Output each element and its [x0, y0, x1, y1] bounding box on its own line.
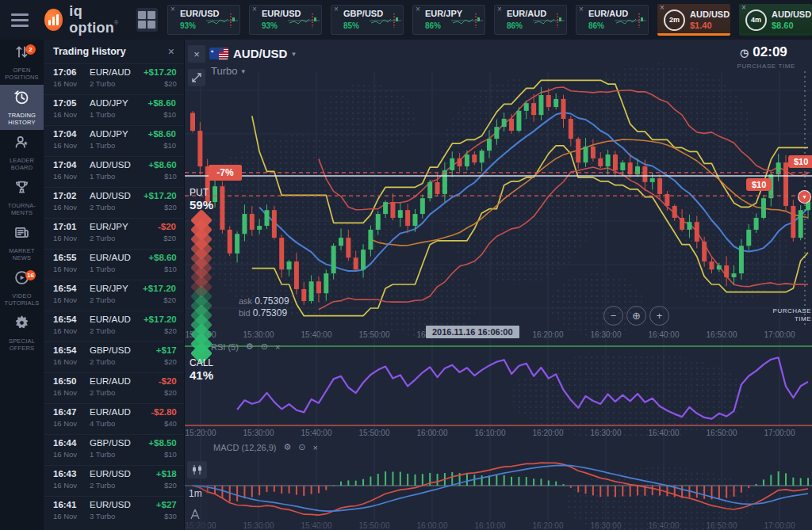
- history-row[interactable]: 16:43EUR/USD+$1816 Nov2 Turbo$20: [44, 465, 184, 496]
- history-row[interactable]: 16:54EUR/JPY+$17.2016 Nov2 Turbo$20: [44, 280, 184, 311]
- close-icon[interactable]: ×: [275, 342, 280, 352]
- close-tab-icon[interactable]: ×: [170, 5, 175, 13]
- trade-profit: -$2.80: [131, 407, 177, 419]
- asset-grid-button[interactable]: [136, 8, 158, 32]
- history-row[interactable]: 17:04AUD/JPY+$8.6016 Nov1 Turbo$10: [44, 125, 184, 156]
- history-row[interactable]: 16:54GBP/USD+$1716 Nov2 Turbo$20: [44, 341, 184, 372]
- expand-chart-icon[interactable]: [188, 69, 205, 86]
- trade-date: 16 Nov: [53, 296, 90, 306]
- hamburger-menu-icon[interactable]: [11, 13, 29, 27]
- trade-profit: -$20: [130, 222, 176, 234]
- svg-text:16:30:00: 16:30:00: [591, 521, 622, 530]
- close-icon[interactable]: ×: [168, 45, 174, 58]
- notification-badge: 16: [25, 270, 36, 280]
- sidebar-item-open-positions[interactable]: OPEN POSITIONS2: [0, 40, 44, 85]
- history-row[interactable]: 17:04AUD/USD+$8.6016 Nov1 Turbo$10: [44, 156, 184, 187]
- call-label: CALL: [190, 357, 213, 368]
- macd-label: MACD (12,26,9): [213, 443, 276, 452]
- asset-tab-eur-usd[interactable]: ×EUR/USD93%: [249, 5, 322, 35]
- close-tab-icon[interactable]: ×: [660, 3, 665, 12]
- instrument-type-selector[interactable]: Turbo ▾: [211, 65, 245, 77]
- chart-mini-toolbar: 1m: [185, 456, 209, 530]
- trade-detail: 2 Turbo: [90, 234, 130, 244]
- recenter-icon[interactable]: ⊕: [626, 306, 646, 326]
- sidebar-item-special-offers[interactable]: SPECIAL OFFERS: [0, 311, 44, 356]
- asset-tab-eur-aud[interactable]: ×EUR/AUD86%: [494, 5, 567, 35]
- svg-text:15:30:00: 15:30:00: [243, 330, 274, 339]
- trade-profit: +$17.20: [131, 67, 177, 79]
- trade-date: 16 Nov: [53, 203, 90, 213]
- asset-tab-eur-jpy[interactable]: ×EUR/JPY86%: [412, 5, 485, 35]
- sidebar-item-video-tutorials[interactable]: VIDEO TUTORIALS16: [0, 265, 44, 311]
- trade-pair: EUR/USD: [90, 469, 131, 481]
- sidebar-item-label: OPEN POSITIONS: [2, 67, 43, 82]
- chevron-down-icon: ▾: [241, 67, 245, 75]
- trade-time: 16:47: [53, 407, 90, 419]
- history-row[interactable]: 16:50EUR/AUD-$2016 Nov2 Turbo$20: [44, 372, 184, 403]
- eye-icon[interactable]: ⊙: [261, 341, 268, 352]
- trade-date: 16 Nov: [53, 172, 90, 182]
- trade-detail: 2 Turbo: [90, 357, 131, 368]
- gear-icon[interactable]: ⚙: [246, 341, 254, 352]
- trade-stake: $20: [131, 326, 177, 337]
- svg-text:16:30:00: 16:30:00: [591, 429, 622, 437]
- close-icon[interactable]: ×: [313, 443, 318, 452]
- chart-region: 15:20:0015:20:0015:20:0015:30:0015:30:00…: [184, 40, 812, 530]
- svg-text:15:40:00: 15:40:00: [301, 521, 332, 530]
- history-row[interactable]: 17:02AUD/USD+$17.2016 Nov2 Turbo$20: [44, 187, 184, 218]
- chart-type-button[interactable]: [187, 461, 207, 479]
- call-percentage: 41%: [190, 368, 213, 382]
- close-tab-icon[interactable]: ×: [497, 5, 502, 13]
- trade-stake: $20: [131, 388, 177, 398]
- trade-pair: EUR/AUD: [90, 376, 131, 388]
- compass-icon: [189, 508, 201, 520]
- logo-registered-mark: ®: [114, 20, 118, 25]
- history-row[interactable]: 16:47EUR/AUD-$2.8016 Nov4 Turbo$40: [44, 403, 184, 434]
- history-row[interactable]: 17:06EUR/AUD+$17.2016 Nov2 Turbo$20: [44, 63, 184, 94]
- eye-icon[interactable]: ⊙: [298, 442, 305, 452]
- asset-tab-eur-usd[interactable]: ×EUR/USD93%: [167, 5, 240, 35]
- sidebar-item-leader-board[interactable]: LEADER BOARD: [0, 130, 44, 175]
- history-row[interactable]: 16:41EUR/USD+$2716 Nov3 Turbo$30: [44, 496, 184, 527]
- asset-tab-eur-aud[interactable]: ×EUR/AUD86%: [576, 5, 649, 35]
- close-tab-icon[interactable]: ×: [741, 3, 746, 12]
- svg-text:17:00:00: 17:00:00: [764, 521, 795, 530]
- history-row[interactable]: 16:55EUR/AUD+$8.6016 Nov1 Turbo$10: [44, 249, 184, 280]
- sidebar-item-market-news[interactable]: MARKET NEWS: [0, 220, 44, 265]
- interval-label[interactable]: 1m: [189, 488, 202, 499]
- indicators-button[interactable]: [189, 508, 201, 524]
- zoom-out-icon[interactable]: −: [603, 306, 623, 326]
- chart-canvas[interactable]: 15:20:0015:20:0015:20:0015:30:0015:30:00…: [185, 40, 812, 530]
- close-chart-icon[interactable]: ×: [188, 45, 205, 63]
- open-trade-tab-4m[interactable]: ×4mAUD/USD$8.60: [739, 4, 812, 36]
- close-tab-icon[interactable]: ×: [334, 5, 339, 13]
- sidebar-item-tourna-ments[interactable]: TOURNA-​MENTS: [0, 175, 44, 220]
- open-trade-tab-2m[interactable]: ×2mAUD/USD$1.40: [657, 4, 730, 36]
- close-tab-icon[interactable]: ×: [579, 5, 584, 13]
- close-tab-icon[interactable]: ×: [416, 5, 420, 13]
- gear-icon[interactable]: ⚙: [283, 442, 291, 452]
- sidebar-item-trading-history[interactable]: TRADING HISTORY: [0, 85, 44, 130]
- zoom-in-icon[interactable]: +: [649, 306, 669, 326]
- app-logo[interactable]: iq option®: [44, 3, 125, 36]
- svg-text:17:00:00: 17:00:00: [764, 330, 795, 339]
- close-tab-icon[interactable]: ×: [252, 5, 257, 13]
- asset-tab-gbp-usd[interactable]: ×GBP/USD85%: [331, 5, 404, 35]
- history-row[interactable]: 16:54EUR/AUD+$17.2016 Nov2 Turbo$20: [44, 311, 184, 341]
- trade-stake: $30: [131, 512, 177, 522]
- trade-date: 16 Nov: [53, 141, 90, 151]
- trade-timer-ring: 4m: [745, 10, 767, 31]
- pair-selector[interactable]: AUD/USD ▾: [209, 47, 296, 60]
- history-rows: 17:06EUR/AUD+$17.2016 Nov2 Turbo$2017:05…: [44, 63, 184, 527]
- history-row[interactable]: 17:05AUD/JPY+$8.6016 Nov1 Turbo$10: [44, 94, 184, 125]
- trade-pair: EUR/JPY: [90, 284, 130, 296]
- trade-pair: AUD/JPY: [90, 98, 130, 110]
- trade-time: 16:50: [53, 376, 90, 388]
- history-row[interactable]: 16:44GBP/USD+$8.5016 Nov1 Turbo$10: [44, 434, 184, 465]
- svg-text:16:00:00: 16:00:00: [417, 521, 448, 530]
- trade-profit: +$18: [131, 469, 177, 481]
- history-row[interactable]: 17:01EUR/JPY-$2016 Nov2 Turbo$20: [44, 218, 184, 249]
- svg-text:16:20:00: 16:20:00: [533, 521, 564, 530]
- sidebar-item-label: TRADING HISTORY: [2, 112, 43, 127]
- trade-stake: $10: [131, 450, 177, 460]
